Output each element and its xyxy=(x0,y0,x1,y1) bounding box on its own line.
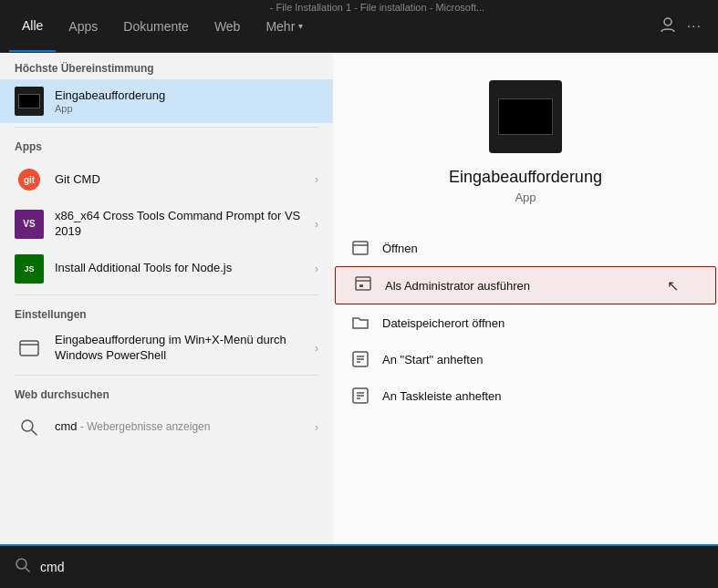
user-icon[interactable] xyxy=(660,16,676,36)
open-window-icon xyxy=(351,239,369,257)
action-pin-start-label: An "Start" anheften xyxy=(382,353,483,366)
divider-2 xyxy=(15,294,318,295)
action-open[interactable]: Öffnen xyxy=(333,230,718,266)
svg-line-6 xyxy=(32,429,37,435)
search-bar xyxy=(0,544,718,588)
nodejs-text: Install Additional Tools for Node.js xyxy=(55,261,307,276)
svg-rect-3 xyxy=(20,341,38,356)
action-list: Öffnen Als Administrator ausführen ↖ xyxy=(333,230,718,414)
top-bar: - File Installation 1 - File installatio… xyxy=(0,0,718,53)
git-cmd-item[interactable]: git Git CMD › xyxy=(0,158,333,201)
tab-alle[interactable]: Alle xyxy=(9,0,56,52)
more-options-icon[interactable]: ··· xyxy=(687,18,702,35)
pin-start-icon xyxy=(351,350,369,368)
svg-text:git: git xyxy=(24,175,36,185)
vs-icon: VS xyxy=(15,210,44,239)
app-name-large: Eingabeaufforderung xyxy=(449,168,602,187)
chevron-right-icon: › xyxy=(315,173,318,186)
action-pin-taskbar-label: An Taskleiste anheften xyxy=(382,389,502,403)
right-panel: Eingabeaufforderung App Öffnen xyxy=(333,53,718,588)
chevron-right-icon: › xyxy=(315,218,318,231)
chevron-down-icon: ▾ xyxy=(298,21,303,31)
settings-item[interactable]: Eingabeaufforderung im Win+X-Menü durch … xyxy=(0,325,333,371)
cmd-terminal-icon xyxy=(498,98,553,135)
divider-3 xyxy=(15,375,318,376)
divider-1 xyxy=(15,127,318,128)
file-location-icon xyxy=(351,314,369,332)
git-icon: git xyxy=(15,165,44,194)
svg-rect-7 xyxy=(353,242,368,254)
git-cmd-title: Git CMD xyxy=(55,172,307,188)
vs-tools-title: x86_x64 Cross Tools Command Prompt for V… xyxy=(55,209,307,240)
action-run-admin[interactable]: Als Administrator ausführen ↖ xyxy=(335,266,716,304)
admin-shield-icon xyxy=(354,276,372,294)
action-pin-start[interactable]: An "Start" anheften xyxy=(333,341,718,377)
app-type-large: App xyxy=(515,191,536,204)
action-pin-taskbar[interactable]: An Taskleiste anheften xyxy=(333,377,718,414)
tab-mehr[interactable]: Mehr ▾ xyxy=(253,0,316,52)
best-match-item[interactable]: Eingabeaufforderung App xyxy=(0,79,333,123)
web-header: Web durchsuchen xyxy=(0,379,333,406)
best-match-text: Eingabeaufforderung App xyxy=(55,88,318,115)
main-content: Höchste Übereinstimmung Eingabeaufforder… xyxy=(0,53,718,588)
best-match-subtitle: App xyxy=(55,103,318,114)
settings-icon xyxy=(15,334,44,363)
app-icon-large xyxy=(489,80,562,153)
chevron-right-icon: › xyxy=(315,342,318,355)
action-open-location-label: Dateispeicherort öffnen xyxy=(382,316,505,330)
chevron-right-icon: › xyxy=(315,421,318,434)
nodejs-icon: JS xyxy=(15,254,44,284)
mouse-cursor: ↖ xyxy=(667,277,679,294)
top-bar-icons: ··· xyxy=(660,16,709,36)
nodejs-item[interactable]: JS Install Additional Tools for Node.js … xyxy=(0,247,333,291)
web-keyword: cmd - Webergebnisse anzeigen xyxy=(55,419,307,435)
left-panel: Höchste Übereinstimmung Eingabeaufforder… xyxy=(0,53,333,588)
action-open-label: Öffnen xyxy=(382,242,418,255)
web-search-icon xyxy=(15,413,44,442)
apps-header: Apps xyxy=(0,131,333,158)
vs-tools-item[interactable]: VS x86_x64 Cross Tools Command Prompt fo… xyxy=(0,201,333,247)
svg-rect-9 xyxy=(356,277,370,290)
action-run-admin-label: Als Administrator ausführen xyxy=(385,279,530,293)
best-match-title: Eingabeaufforderung xyxy=(55,88,318,104)
settings-header: Einstellungen xyxy=(0,299,333,325)
svg-line-21 xyxy=(26,568,30,573)
action-open-location[interactable]: Dateispeicherort öffnen xyxy=(333,304,718,341)
tab-dokumente[interactable]: Dokumente xyxy=(110,0,202,52)
tab-web[interactable]: Web xyxy=(202,0,254,52)
search-icon xyxy=(15,557,31,577)
web-search-text-content: cmd - Webergebnisse anzeigen xyxy=(55,419,307,435)
vs-tools-text: x86_x64 Cross Tools Command Prompt for V… xyxy=(55,209,307,240)
web-search-item[interactable]: cmd - Webergebnisse anzeigen › xyxy=(0,406,333,449)
cmd-icon-small xyxy=(15,87,44,116)
svg-rect-11 xyxy=(359,284,363,287)
git-cmd-text: Git CMD xyxy=(55,172,307,188)
svg-point-0 xyxy=(664,18,671,26)
best-match-header: Höchste Übereinstimmung xyxy=(0,53,333,79)
chevron-right-icon: › xyxy=(315,263,318,275)
tab-apps[interactable]: Apps xyxy=(56,0,110,52)
pin-taskbar-icon xyxy=(351,387,369,405)
nodejs-title: Install Additional Tools for Node.js xyxy=(55,261,307,276)
settings-title: Eingabeaufforderung im Win+X-Menü durch … xyxy=(55,333,307,364)
search-input[interactable] xyxy=(40,560,703,574)
settings-text: Eingabeaufforderung im Win+X-Menü durch … xyxy=(55,333,307,364)
